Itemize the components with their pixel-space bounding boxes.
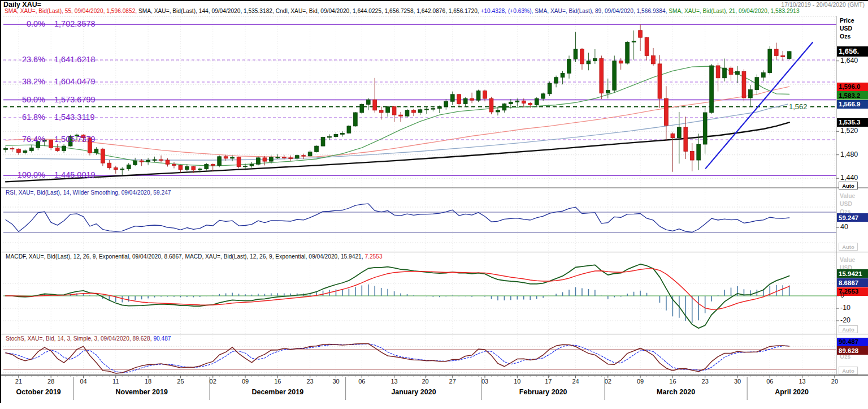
unit-line: USD bbox=[840, 200, 855, 208]
price-tick-label: 1,520 bbox=[840, 127, 858, 135]
x-axis[interactable] bbox=[6, 61, 839, 400]
x-axis-day-label: 02 bbox=[206, 378, 220, 385]
x-axis-month-label: October 2019 bbox=[0, 388, 84, 396]
legend-segment: SMA, XAU=, Bid(Last), 89, 09/04/2020, 1,… bbox=[535, 8, 669, 14]
fib-value-label: 1,573.6799 bbox=[54, 95, 96, 104]
stoch-value-box: 90.487 bbox=[837, 338, 868, 346]
fib-value-label: 1,702.3578 bbox=[54, 19, 96, 28]
fib-value-label: 1,641.6218 bbox=[54, 55, 96, 64]
x-axis-day-label: 25 bbox=[173, 378, 188, 385]
x-axis-day-label: 11 bbox=[108, 378, 123, 385]
x-axis-day-label: 13 bbox=[795, 378, 810, 385]
x-axis-month-label: January 2020 bbox=[368, 388, 459, 396]
x-axis-day-label: 23 bbox=[303, 378, 318, 385]
header-segment: MACDF, XAU=, Bid(Last), 12, 26, 9, Expon… bbox=[6, 253, 364, 260]
x-axis-day-label: 23 bbox=[698, 378, 713, 385]
chart-application: Daily XAU= 17/10/2019 - 20/04/2020 (GMT)… bbox=[0, 0, 868, 409]
x-axis-day-label: 20 bbox=[418, 378, 433, 385]
x-axis-day-label: 04 bbox=[76, 378, 91, 385]
legend-segment: +10.4328, (+0.63%), bbox=[481, 8, 535, 14]
header-segment: StochS, XAU=, Bid, 14, 3, Simple, 3, 09/… bbox=[6, 335, 153, 342]
unit-line: Value bbox=[840, 256, 855, 264]
unit-line: Price bbox=[840, 16, 854, 24]
macd-tick-label: 0 bbox=[840, 291, 844, 299]
stoch-header: StochS, XAU=, Bid, 14, 3, Simple, 3, 09/… bbox=[6, 335, 171, 342]
price-box: 1,535.3 bbox=[837, 118, 868, 127]
fib-pct-label: 0.0% bbox=[0, 19, 45, 28]
macd-panel-plot bbox=[3, 264, 836, 328]
x-axis-day-label: 09 bbox=[633, 378, 648, 385]
fib-value-label: 1,543.3119 bbox=[54, 113, 95, 122]
sma-overlays bbox=[6, 66, 789, 182]
unit-line: Ozs bbox=[840, 32, 854, 40]
stoch-scale-auto-button[interactable]: Auto bbox=[839, 367, 858, 374]
x-axis-day-label: 18 bbox=[141, 378, 155, 385]
fib-pct-label: 61.8% bbox=[0, 113, 45, 122]
x-axis-day-label: 16 bbox=[665, 378, 680, 385]
unit-line: USD bbox=[840, 24, 854, 32]
macd-header: MACDF, XAU=, Bid(Last), 12, 26, 9, Expon… bbox=[6, 253, 383, 260]
stochastic-panel-plot bbox=[3, 344, 836, 373]
x-axis-month-label: November 2019 bbox=[97, 388, 187, 396]
chart-title: Daily XAU= bbox=[3, 1, 41, 8]
rsi-scale-auto-button[interactable]: Auto bbox=[839, 243, 858, 251]
x-axis-day-label: 27 bbox=[445, 378, 460, 385]
fib-pct-label: 23.6% bbox=[0, 55, 45, 64]
x-axis-day-label: 06 bbox=[762, 378, 777, 385]
x-axis-day-label: 24 bbox=[568, 378, 583, 385]
x-axis-day-label: 30 bbox=[329, 378, 344, 385]
window-top-border bbox=[0, 0, 868, 1]
price-box: 1,596.0 bbox=[837, 83, 868, 91]
rsi-tick-label: 40 bbox=[840, 223, 848, 231]
rsi-value-box: 59.247 bbox=[837, 213, 868, 222]
price-scale-auto-button[interactable]: Auto bbox=[839, 182, 858, 190]
stoch-value-box: 89.628 bbox=[837, 346, 868, 355]
fib-value-label: 1,505.7379 bbox=[54, 135, 96, 144]
x-axis-day-label: 02 bbox=[601, 378, 615, 385]
x-axis-day-label: 21 bbox=[11, 378, 26, 385]
price-tick-label: 1,640 bbox=[840, 57, 858, 64]
price-box: 1,583.2 bbox=[837, 91, 868, 100]
date-range-label: 17/10/2019 - 20/04/2020 (GMT) bbox=[781, 1, 865, 8]
header-segment: 7.2553 bbox=[364, 253, 382, 260]
chart-canvas[interactable] bbox=[0, 0, 868, 409]
x-axis-day-label: 03 bbox=[478, 378, 492, 385]
price-axis-unit: PriceUSDOzs bbox=[840, 16, 854, 40]
header-segment: RSI, XAU=, Bid(Last), 14, Wilder Smoothi… bbox=[6, 190, 171, 196]
rsi-panel-plot bbox=[3, 204, 836, 243]
fib-pct-label: 38.2% bbox=[0, 77, 45, 86]
macd-scale-auto-button[interactable]: Auto bbox=[839, 325, 858, 333]
rsi-axis-unit: ValueUSDOzs bbox=[840, 192, 855, 216]
price-box: 1,566.9 bbox=[837, 100, 868, 109]
x-axis-day-label: 16 bbox=[270, 378, 285, 385]
fib-pct-label: 100.0% bbox=[0, 170, 45, 179]
fib-value-label: 1,604.0479 bbox=[54, 77, 96, 86]
support-level-label: 1,562 bbox=[788, 102, 809, 111]
legend-segment: SMA, XAU=, Bid(Last), 144, 09/04/2020, 1… bbox=[138, 8, 276, 14]
x-axis-day-label: 20 bbox=[827, 378, 842, 385]
unit-line: Value bbox=[840, 192, 855, 200]
macd-value-box: 8.6867 bbox=[837, 278, 868, 287]
x-axis-day-label: 13 bbox=[387, 378, 402, 385]
x-axis-day-label: 09 bbox=[238, 378, 253, 385]
x-axis-month-label: April 2020 bbox=[747, 388, 837, 396]
macd-tick-label: -20 bbox=[840, 316, 850, 324]
x-axis-day-label: 28 bbox=[44, 378, 58, 385]
macd-value-box: 15.9421 bbox=[837, 269, 868, 278]
x-axis-month-label: December 2019 bbox=[232, 388, 323, 396]
legend-segment: SMA, XAU=, Bid(Last), 55, 09/04/2020, 1,… bbox=[5, 8, 138, 14]
x-axis-month-label: February 2020 bbox=[498, 388, 588, 396]
x-axis-day-label: 17 bbox=[541, 378, 555, 385]
price-tick-label: 1,440 bbox=[840, 174, 858, 182]
x-axis-day-label: 30 bbox=[730, 378, 745, 385]
x-axis-month-label: March 2020 bbox=[631, 388, 721, 396]
rsi-header: RSI, XAU=, Bid(Last), 14, Wilder Smoothi… bbox=[6, 190, 171, 196]
fib-value-label: 1,445.0019 bbox=[54, 170, 96, 179]
legend-segment: Cndl, XAU=, Bid, 09/04/2020, 1,644.0225,… bbox=[276, 8, 481, 14]
header-segment: 90.487 bbox=[153, 335, 171, 342]
x-axis-day-label: 06 bbox=[354, 378, 369, 385]
fib-pct-label: 76.4% bbox=[0, 135, 45, 144]
main-legend[interactable]: SMA, XAU=, Bid(Last), 55, 09/04/2020, 1,… bbox=[5, 8, 800, 14]
macd-tick-label: -10 bbox=[840, 304, 850, 312]
fib-pct-label: 50.0% bbox=[0, 95, 45, 104]
